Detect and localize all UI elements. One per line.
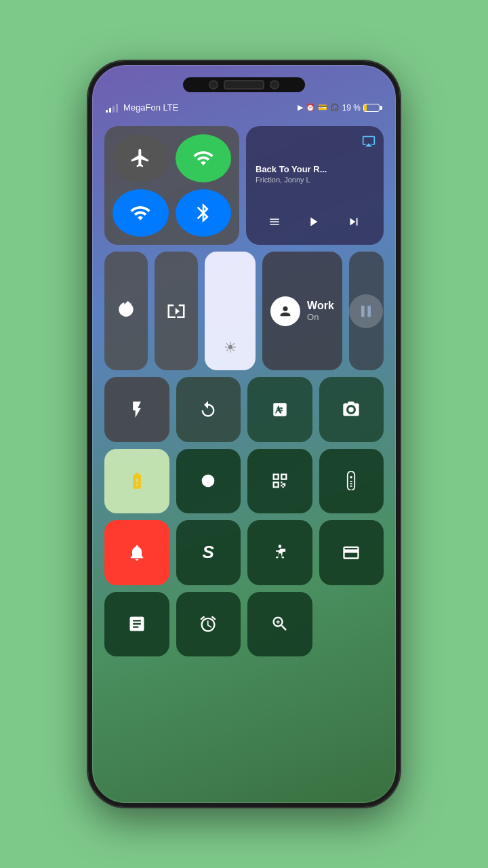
shazam-button[interactable]: S [176,520,241,585]
row-3 [104,377,384,442]
music-controls [256,212,374,235]
remote-button[interactable] [319,449,384,514]
mute-button[interactable] [88,201,91,224]
empty-slot [319,592,384,657]
cellular-icon [192,147,214,169]
phone-frame: MegaFon LTE ▶ ⏰ 💳 🎧 19 % [88,61,400,807]
carrier-name: MegaFon LTE [123,102,178,113]
svg-point-2 [350,476,353,479]
alarm-bell-button[interactable] [104,520,169,585]
music-menu-button[interactable] [266,213,283,234]
signal-bar-4 [116,104,118,113]
row-5: S [104,520,384,585]
status-left: MegaFon LTE [106,102,178,113]
connectivity-panel [104,126,239,245]
front-camera-dot [209,80,218,90]
notes-button[interactable] [104,592,169,657]
svg-rect-5 [350,486,353,487]
front-camera-lens [270,80,279,90]
pause-badge [349,294,383,328]
battery-body [363,104,380,112]
status-bar: MegaFon LTE ▶ ⏰ 💳 🎧 19 % [106,102,382,113]
focus-sublabel: On [307,312,334,322]
camera-button[interactable] [319,377,384,442]
battery-fill [364,104,367,111]
row-4 [104,449,384,514]
accessibility-button[interactable] [247,520,312,585]
focus-pause-panel[interactable] [349,252,384,370]
music-play-button[interactable] [303,212,323,235]
top-row: Back To Your R... Friction, Jonny L [104,126,384,245]
side-buttons-left [88,201,91,314]
control-center: Back To Your R... Friction, Jonny L [104,126,384,749]
airplane-mode-button[interactable] [113,134,169,182]
wallet-button[interactable] [319,520,384,585]
headphones-icon: 🎧 [330,103,340,112]
magnifier-button[interactable] [247,592,312,657]
speaker-grill [224,80,264,90]
focus-panel[interactable]: Work On [262,252,342,370]
wifi-icon [129,202,151,224]
svg-rect-4 [350,484,353,485]
location-icon: ▶ [298,103,303,112]
battery-tip [380,106,382,110]
camera-bar [183,77,305,92]
brightness-slider[interactable]: ☀ [205,252,256,370]
svg-point-0 [202,475,215,488]
svg-point-6 [278,545,281,548]
cellular-data-button[interactable] [176,134,232,182]
music-title: Back To Your R... [256,164,374,174]
flashlight-button[interactable] [104,377,169,442]
focus-label: Work [307,300,334,312]
qr-scanner-button[interactable] [247,449,312,514]
music-skip-button[interactable] [344,212,364,235]
rotation-lock-button[interactable] [104,252,148,370]
volume-down-button[interactable] [88,280,91,314]
signal-bar-3 [113,106,115,113]
battery-icon [363,104,382,112]
battery-widget-button[interactable] [104,449,169,514]
focus-text: Work On [307,300,334,322]
screen-mirror-button[interactable] [155,252,198,370]
side-buttons-right [397,235,400,289]
clock-button[interactable] [176,592,241,657]
screen-rotation-button[interactable] [176,377,241,442]
row-6 [104,592,384,657]
alarm-status-icon: ⏰ [306,103,315,112]
wifi-button[interactable] [113,189,169,237]
volume-up-button[interactable] [88,235,91,269]
bluetooth-icon [192,202,214,224]
signal-bars [106,103,118,113]
status-right: ▶ ⏰ 💳 🎧 19 % [298,103,382,113]
power-button[interactable] [397,235,400,289]
music-info: Back To Your R... Friction, Jonny L [256,136,374,212]
music-artist: Friction, Jonny L [256,176,374,184]
airplay-icon[interactable] [362,134,375,151]
battery-percent: 19 % [342,103,361,113]
brightness-sun-icon: ☀ [224,339,237,357]
second-row: ☀ Work On [104,252,384,370]
music-panel: Back To Your R... Friction, Jonny L [246,126,384,245]
svg-rect-3 [350,481,353,482]
calculator-button[interactable] [247,377,312,442]
card-icon: 💳 [318,103,327,112]
bluetooth-button[interactable] [176,189,232,237]
signal-bar-2 [109,108,111,113]
airplane-icon [129,147,151,169]
record-button[interactable] [176,449,241,514]
signal-bar-1 [106,110,108,113]
focus-icon [270,296,300,326]
